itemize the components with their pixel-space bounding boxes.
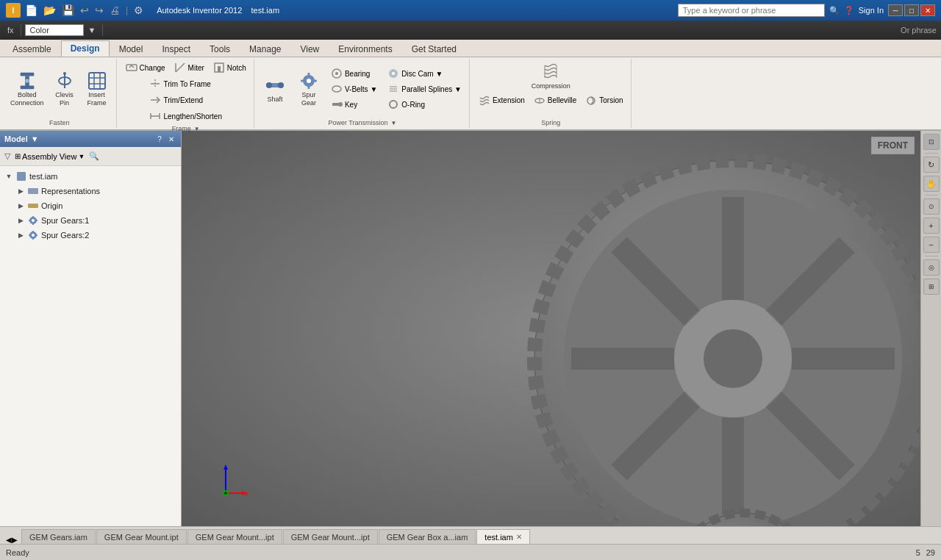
settings-icon[interactable]: ⚙	[134, 4, 143, 16]
save-icon[interactable]: 💾	[62, 4, 74, 16]
color-arrow-icon[interactable]: ▼	[85, 24, 99, 36]
bottom-tabs: ◀ ▶ GEM Gears.iam GEM Gear Mount.ipt GEM…	[0, 526, 941, 544]
representations-icon	[27, 185, 39, 197]
disc-cam-label: Disc Cam ▼	[401, 70, 443, 78]
help-icon[interactable]: ❓	[844, 6, 854, 15]
undo-icon[interactable]: ↩	[80, 4, 89, 16]
search-input[interactable]	[678, 4, 825, 17]
frame-row1: Change Miter Notch	[123, 60, 249, 75]
look-at-button[interactable]: ◎	[923, 259, 940, 276]
sign-in-button[interactable]: Sign In	[859, 6, 884, 15]
notch-button[interactable]: Notch	[210, 60, 249, 75]
tab-design[interactable]: Design	[61, 40, 110, 57]
key-label: Key	[345, 101, 357, 109]
lengthen-icon	[149, 110, 161, 122]
status-num2: 29	[926, 548, 935, 557]
open-file-icon[interactable]: 📂	[43, 4, 56, 16]
tab-gem-gears[interactable]: GEM Gears.iam	[21, 529, 96, 544]
disc-cam-icon	[387, 68, 399, 79]
tab-tools[interactable]: Tools	[200, 41, 240, 57]
filter-icon[interactable]: ▽	[3, 150, 12, 162]
spur-gear-button[interactable]: SpurGear	[294, 69, 323, 109]
formula-icon[interactable]: fx	[4, 24, 17, 36]
extension-button[interactable]: Extension	[476, 93, 528, 108]
tab-close-icon[interactable]: ✕	[516, 533, 522, 541]
belleville-button[interactable]: Belleville	[531, 93, 579, 108]
tab-get-started[interactable]: Get Started	[402, 41, 466, 57]
view-cube-button[interactable]: ⊡	[923, 134, 940, 150]
tab-gem-mount1[interactable]: GEM Gear Mount.ipt	[96, 529, 187, 544]
zoom-in-button[interactable]: +	[923, 218, 940, 234]
tab-view[interactable]: View	[290, 41, 329, 57]
status-num1: 5	[916, 548, 920, 557]
close-button[interactable]: ✕	[920, 4, 935, 16]
new-file-icon[interactable]: 📄	[25, 4, 37, 16]
title-right: 🔍 ❓ Sign In ─ □ ✕	[678, 4, 935, 17]
minimize-button[interactable]: ─	[888, 4, 903, 16]
tab-gem-box[interactable]: GEM Gear Box a...iam	[379, 529, 476, 544]
model-panel: Model ▼ ? ✕ ▽ ⊞ Assembly View ▼ 🔍 ▼	[0, 131, 182, 526]
search-icon[interactable]: 🔍	[829, 6, 840, 15]
tab-assemble[interactable]: Assemble	[3, 41, 61, 57]
assembly-view-selector[interactable]: ⊞ Assembly View ▼	[15, 152, 85, 161]
tree-origin[interactable]: ▶ Origin	[15, 198, 178, 213]
print-icon[interactable]: 🖨	[110, 4, 120, 16]
tree-representations[interactable]: ▶ Representations	[15, 184, 178, 198]
zoom-fit-button[interactable]: ⊙	[923, 198, 940, 215]
pan-button[interactable]: ✋	[923, 176, 940, 192]
bearing-button[interactable]: Bearing V-Belts ▼ Key	[328, 66, 380, 112]
tree-root[interactable]: ▼ test.iam	[3, 169, 178, 184]
change-button[interactable]: Change	[123, 60, 168, 75]
orbit-button[interactable]: ↻	[923, 157, 940, 173]
spur1-expander[interactable]: ▶	[16, 216, 25, 225]
torsion-button[interactable]: Torsion	[582, 93, 626, 108]
tab-model[interactable]: Model	[110, 41, 153, 57]
tab-test-iam[interactable]: test.iam ✕	[476, 529, 530, 544]
bolted-connection-button[interactable]: BoltedConnection	[7, 69, 47, 109]
tab-gem-mount3[interactable]: GEM Gear Mount...ipt	[283, 529, 378, 544]
svg-rect-56	[35, 220, 37, 221]
svg-rect-0	[20, 73, 34, 76]
color-selector[interactable]: Color	[25, 24, 84, 36]
svg-rect-62	[35, 234, 37, 236]
clevis-pin-button[interactable]: ClevisPin	[50, 69, 79, 109]
app-icon: I	[6, 3, 21, 18]
search-panel-icon[interactable]: 🔍	[87, 150, 101, 162]
full-nav-button[interactable]: ⊞	[923, 279, 940, 295]
tab-environments[interactable]: Environments	[329, 41, 401, 57]
tab-inspect[interactable]: Inspect	[152, 41, 200, 57]
representations-expander[interactable]: ▶	[16, 187, 25, 195]
viewport[interactable]: FRONT X ⊡ ↻ ✋ ⊙ +	[182, 131, 941, 526]
panel-close-button[interactable]: ✕	[166, 134, 176, 144]
insert-frame-button[interactable]: InsertFrame	[82, 69, 112, 109]
tab-manage[interactable]: Manage	[240, 41, 290, 57]
miter-button[interactable]: Miter	[171, 60, 207, 75]
status-left: Ready	[6, 548, 29, 557]
spur2-expander[interactable]: ▶	[16, 231, 25, 240]
panel-help-button[interactable]: ?	[154, 134, 165, 144]
shaft-button[interactable]: Shaft	[260, 73, 290, 105]
lengthen-shorten-button[interactable]: Lengthen/Shorten	[146, 109, 225, 123]
tree-spur-gears-1[interactable]: ▶ Spur Gears:1	[15, 213, 178, 228]
root-expander[interactable]: ▼	[4, 172, 13, 181]
maximize-button[interactable]: □	[904, 4, 919, 16]
tab-scroll-right[interactable]: ▶	[12, 536, 18, 544]
bolted-connection-label: BoltedConnection	[10, 91, 44, 107]
search-keyword-label: Or phrase	[901, 26, 937, 35]
tree-spur-gears-2[interactable]: ▶ Spur Gears:2	[15, 228, 178, 243]
power-group-arrow[interactable]: ▼	[390, 120, 396, 126]
assembly-view-arrow[interactable]: ▼	[78, 153, 85, 160]
panel-dropdown-arrow[interactable]: ▼	[31, 134, 39, 143]
compression-button[interactable]: Compression	[529, 60, 573, 92]
trim-extend-button[interactable]: Trim/Extend	[146, 93, 225, 107]
origin-expander[interactable]: ▶	[16, 201, 25, 210]
tab-scroll-left[interactable]: ◀	[6, 536, 12, 544]
zoom-out-button[interactable]: −	[923, 237, 940, 253]
notch-label: Notch	[227, 64, 246, 72]
disc-cam-group[interactable]: Disc Cam ▼ Parallel Splines ▼ O-Ring	[384, 66, 465, 112]
oring-icon	[387, 98, 399, 110]
trim-to-frame-button[interactable]: Trim To Frame	[146, 76, 225, 91]
trim-extend-icon	[149, 94, 161, 106]
tab-gem-mount2[interactable]: GEM Gear Mount...ipt	[187, 529, 282, 544]
redo-icon[interactable]: ↪	[95, 4, 104, 16]
